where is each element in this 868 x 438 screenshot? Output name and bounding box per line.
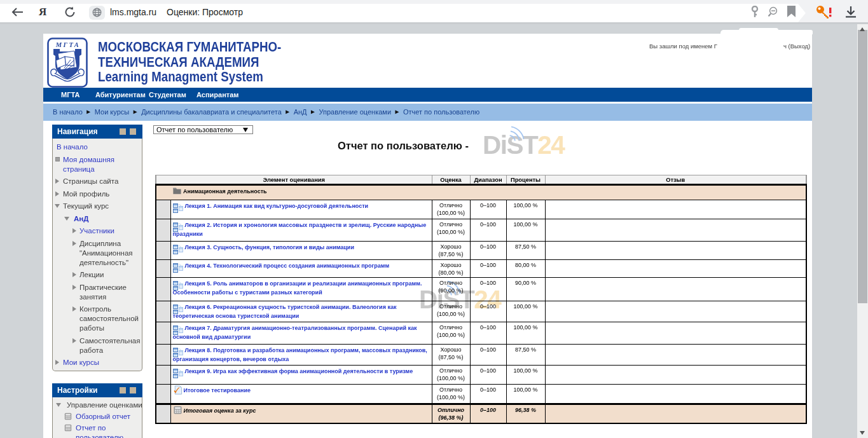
- svg-text:МГТА: МГТА: [55, 41, 80, 48]
